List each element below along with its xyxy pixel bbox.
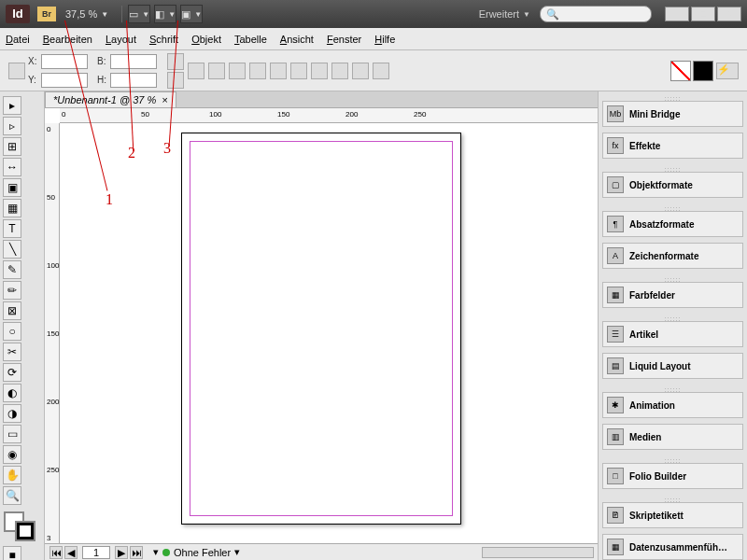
paragraph-styles-icon: ¶: [607, 216, 624, 232]
page[interactable]: [181, 133, 461, 525]
direct-selection-tool[interactable]: ▹: [3, 117, 21, 135]
panel-zeichenformate[interactable]: AZeichenformate: [602, 243, 743, 269]
panel-artikel[interactable]: ☰Artikel: [602, 321, 743, 347]
menu-datei[interactable]: Datei: [6, 34, 30, 45]
hand-tool[interactable]: ✋: [3, 466, 21, 484]
last-page[interactable]: ⏭: [130, 546, 143, 559]
menu-objekt[interactable]: Objekt: [191, 34, 221, 45]
panel-objektformate[interactable]: ▢Objektformate: [602, 172, 743, 198]
panel-mini-bridge[interactable]: MbMini Bridge: [602, 101, 743, 127]
w-field[interactable]: [110, 54, 157, 69]
content-placer[interactable]: ▦: [3, 199, 21, 217]
horizontal-scrollbar[interactable]: [482, 547, 594, 558]
prev-page[interactable]: ◀: [64, 546, 78, 559]
align-left[interactable]: [331, 63, 348, 79]
scissors-tool[interactable]: ✂: [3, 343, 21, 361]
panel-folio-builder[interactable]: □Folio Builder: [602, 463, 743, 489]
ref-point[interactable]: [8, 63, 25, 79]
panel-animation[interactable]: ✱Animation: [602, 392, 743, 418]
menu-tabelle[interactable]: Tabelle: [234, 34, 267, 45]
document-tabs: *Unbenannt-1 @ 37 % ×: [45, 91, 598, 108]
free-transform-tool[interactable]: ⟳: [3, 363, 21, 382]
select-container[interactable]: [270, 63, 287, 79]
stroke-color[interactable]: [15, 521, 35, 541]
panel-skriptetikett[interactable]: 🖹Skriptetikett: [602, 502, 743, 528]
preflight-status[interactable]: Ohne Fehler: [174, 547, 231, 558]
folio-icon: □: [607, 468, 624, 484]
apply-color[interactable]: ■: [3, 546, 21, 560]
data-merge-icon: ▦: [607, 539, 624, 555]
pencil-tool[interactable]: ✏: [3, 281, 21, 300]
page-number-field[interactable]: 1: [82, 546, 110, 559]
menu-schrift[interactable]: Schrift: [149, 34, 178, 45]
search-input[interactable]: 🔍: [540, 6, 652, 22]
maximize-button[interactable]: □: [691, 7, 715, 21]
script-label-icon: 🖹: [607, 507, 624, 524]
status-bar: ⏮ ◀ 1 ▶ ⏭ ▾ Ohne Fehler ▾: [45, 543, 598, 560]
panel-absatzformate[interactable]: ¶Absatzformate: [602, 211, 743, 237]
page-tool[interactable]: ⊞: [3, 137, 21, 156]
menu-hilfe[interactable]: Hilfe: [374, 34, 395, 45]
line-tool[interactable]: ╲: [3, 240, 21, 259]
rectangle-frame-tool[interactable]: ⊠: [3, 301, 21, 320]
menu-ansicht[interactable]: Ansicht: [280, 34, 314, 45]
zoom-tool[interactable]: 🔍: [3, 486, 21, 505]
x-field[interactable]: [41, 54, 88, 69]
fill-swatch[interactable]: [670, 61, 691, 81]
panel-farbfelder[interactable]: ▦Farbfelder: [602, 282, 743, 308]
gradient-feather-tool[interactable]: ◑: [3, 404, 21, 423]
note-tool[interactable]: ▭: [3, 425, 21, 443]
control-bar: X: Y: B: H: ⚡: [0, 50, 747, 91]
preflight-status-icon: [162, 549, 170, 556]
selection-tool[interactable]: ▸: [3, 96, 21, 115]
ellipse-tool[interactable]: ○: [3, 322, 21, 341]
screen-mode-button[interactable]: ◧▼: [154, 5, 176, 23]
minimize-button[interactable]: —: [665, 7, 689, 21]
menu-fenster[interactable]: Fenster: [327, 34, 361, 45]
document-tab[interactable]: *Unbenannt-1 @ 37 % ×: [45, 91, 176, 107]
zoom-dropdown[interactable]: 37,5 %▼: [65, 8, 108, 20]
articles-icon: ☰: [607, 326, 624, 343]
shear-field[interactable]: [208, 63, 225, 79]
flip-v[interactable]: [249, 63, 266, 79]
pen-tool[interactable]: ✎: [3, 260, 21, 279]
zoom-value: 37,5 %: [65, 8, 97, 20]
gradient-swatch-tool[interactable]: ◐: [3, 384, 21, 402]
panel-medien[interactable]: ▥Medien: [602, 424, 743, 450]
next-page[interactable]: ▶: [115, 546, 128, 559]
view-options-button[interactable]: ▭▼: [128, 5, 150, 23]
type-tool[interactable]: T: [3, 219, 21, 238]
scale-y[interactable]: [167, 72, 184, 89]
chevron-down-icon: ▼: [101, 10, 108, 19]
swatches-icon: ▦: [607, 287, 624, 303]
horizontal-ruler[interactable]: 0 50 100 150 200 250: [60, 108, 598, 123]
gap-tool[interactable]: ↔: [3, 158, 21, 176]
quick-apply[interactable]: ⚡: [716, 63, 739, 79]
panel-datenzusammen[interactable]: ▦Datenzusammenfüh…: [602, 534, 743, 560]
align-center[interactable]: [352, 63, 369, 79]
select-content[interactable]: [290, 63, 307, 79]
h-field[interactable]: [110, 73, 157, 88]
vertical-ruler[interactable]: 0 50 100 150 200 250 3: [45, 123, 60, 543]
animation-icon: ✱: [607, 397, 624, 413]
flip-h[interactable]: [229, 63, 246, 79]
arrange-button[interactable]: ▣▼: [180, 5, 203, 23]
eyedropper-tool[interactable]: ◉: [3, 445, 21, 464]
align-right[interactable]: [373, 63, 389, 79]
rotate-field[interactable]: [188, 63, 204, 79]
color-swatches[interactable]: [2, 511, 42, 545]
first-page[interactable]: ⏮: [49, 546, 63, 559]
panel-effekte[interactable]: fxEffekte: [602, 133, 743, 159]
content-collector[interactable]: ▣: [3, 178, 21, 197]
fit-content[interactable]: [311, 63, 328, 79]
close-button[interactable]: ×: [717, 7, 741, 21]
stroke-swatch[interactable]: [693, 61, 713, 81]
x-label: X:: [28, 56, 41, 66]
canvas[interactable]: [60, 123, 598, 543]
panel-liquid-layout[interactable]: ▤Liquid Layout: [602, 353, 743, 379]
bridge-button[interactable]: Br: [37, 7, 56, 21]
tab-close-icon[interactable]: ×: [162, 94, 167, 105]
menu-layout[interactable]: Layout: [106, 34, 136, 45]
character-styles-icon: A: [607, 247, 624, 264]
workspace-switcher[interactable]: Erweitert▼: [479, 8, 530, 20]
